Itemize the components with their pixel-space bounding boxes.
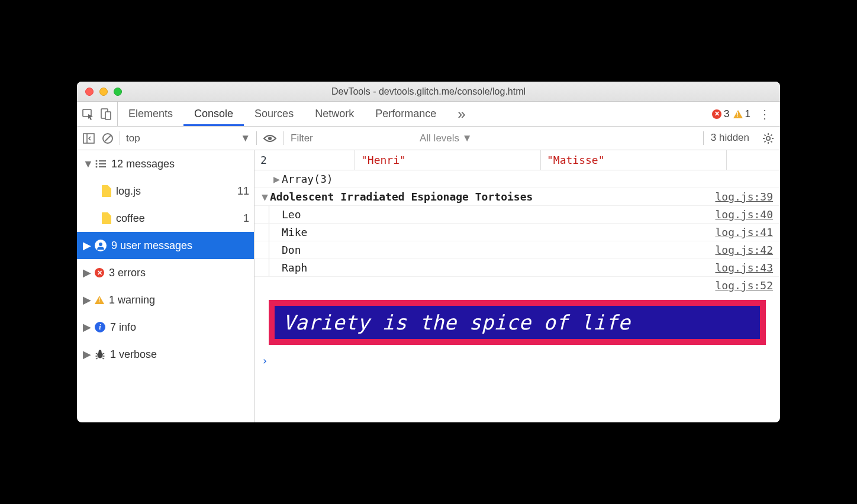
chevron-right-icon: ▶: [83, 293, 90, 306]
console-group-header[interactable]: ▼ Adolescent Irradiated Espionage Tortoi…: [254, 188, 780, 206]
chevron-right-icon: ▶: [83, 239, 90, 252]
sidebar-warnings-label: 1 warning: [109, 294, 155, 306]
sidebar-item-messages[interactable]: ▼ 12 messages: [77, 150, 254, 177]
svg-line-30: [96, 358, 98, 359]
svg-point-7: [268, 137, 272, 140]
warning-count-badge[interactable]: 1: [733, 108, 750, 120]
chevron-down-icon: ▼: [262, 190, 270, 203]
console-output: 2 "Henri" "Matisse" ▶ Array(3) ▼ Adolesc…: [254, 150, 780, 422]
source-link[interactable]: log.js:39: [715, 190, 773, 203]
log-text: Raph: [282, 261, 307, 274]
array-label: Array(3): [282, 173, 333, 185]
sidebar-item-info[interactable]: ▶ i 7 info: [77, 314, 254, 341]
context-selector[interactable]: top ▼: [120, 127, 256, 150]
error-count: 3: [724, 108, 729, 120]
list-icon: [95, 159, 107, 169]
sidebar-file-count: 11: [237, 185, 249, 198]
inspect-tools: [77, 102, 118, 126]
devtools-menu-icon[interactable]: ⋮: [754, 107, 775, 121]
tab-strip: Elements Console Sources Network Perform…: [77, 102, 780, 127]
sidebar-file-name: coffee: [116, 212, 145, 225]
context-label: top: [126, 133, 140, 144]
svg-rect-2: [105, 112, 111, 119]
console-group-item[interactable]: Mike log.js:41: [254, 224, 780, 241]
device-toggle-icon[interactable]: [101, 108, 112, 121]
chevron-right-icon: ▶: [83, 266, 90, 279]
group-title: Adolescent Irradiated Espionage Tortoise…: [270, 190, 533, 203]
sidebar-item-user[interactable]: ▶ 9 user messages: [77, 232, 254, 259]
svg-point-23: [99, 243, 102, 246]
user-icon: [95, 240, 107, 251]
tab-overflow[interactable]: »: [447, 102, 476, 126]
info-icon: i: [95, 322, 105, 332]
console-group-item[interactable]: Don log.js:42: [254, 241, 780, 259]
clear-console-icon[interactable]: [102, 133, 114, 144]
table-cell-index: 2: [254, 150, 355, 170]
source-link[interactable]: log.js:41: [715, 226, 773, 238]
tab-sources[interactable]: Sources: [244, 102, 304, 126]
error-icon: ✕: [95, 268, 104, 277]
chevron-right-icon: ▶: [273, 173, 282, 185]
hidden-count[interactable]: 3 hidden: [703, 131, 756, 145]
sidebar-file-name: log.js: [116, 185, 141, 198]
source-link[interactable]: log.js:43: [715, 261, 773, 274]
tab-elements[interactable]: Elements: [118, 102, 183, 126]
svg-line-13: [765, 134, 766, 135]
toggle-sidebar-icon[interactable]: [83, 133, 95, 144]
chevron-right-icon: ▶: [83, 321, 90, 334]
error-icon: ✕: [712, 109, 721, 119]
inspect-element-icon[interactable]: [82, 108, 95, 121]
sidebar-messages-label: 12 messages: [111, 158, 175, 170]
tab-list: Elements Console Sources Network Perform…: [118, 102, 476, 126]
sidebar-item-errors[interactable]: ▶ ✕ 3 errors: [77, 259, 254, 286]
filter-input[interactable]: [289, 131, 408, 146]
svg-line-27: [102, 353, 104, 354]
console-line-blank[interactable]: log.js:52: [254, 277, 780, 294]
chevron-down-icon: ▼: [240, 133, 250, 144]
sidebar-file-logjs[interactable]: log.js 11: [77, 177, 254, 205]
sidebar-verbose-label: 1 verbose: [110, 348, 157, 361]
tab-console[interactable]: Console: [183, 102, 244, 126]
chevron-right-icon: ▶: [83, 348, 90, 361]
window-title: DevTools - devtools.glitch.me/console/lo…: [77, 86, 780, 97]
svg-line-26: [96, 353, 98, 354]
styled-log: Variety is the spice of life: [269, 300, 766, 345]
devtools-window: DevTools - devtools.glitch.me/console/lo…: [77, 82, 780, 422]
table-row[interactable]: 2 "Henri" "Matisse": [254, 150, 780, 170]
source-link[interactable]: log.js:40: [715, 208, 773, 221]
svg-line-14: [771, 141, 772, 142]
svg-point-17: [96, 160, 98, 162]
tab-performance[interactable]: Performance: [365, 102, 447, 126]
tab-network[interactable]: Network: [304, 102, 365, 126]
svg-point-8: [766, 136, 770, 140]
file-icon: [102, 185, 111, 197]
sidebar-file-count: 1: [243, 212, 249, 225]
log-text: Don: [282, 244, 301, 256]
settings-icon[interactable]: [756, 133, 780, 144]
sidebar-info-label: 7 info: [110, 321, 136, 334]
svg-line-15: [771, 134, 772, 135]
console-line-array[interactable]: ▶ Array(3): [254, 170, 780, 188]
live-expression-icon[interactable]: [263, 134, 277, 143]
sidebar-user-label: 9 user messages: [111, 240, 192, 252]
source-link[interactable]: log.js:42: [715, 244, 773, 256]
source-link[interactable]: log.js:52: [715, 279, 773, 292]
sidebar-errors-label: 3 errors: [109, 267, 146, 279]
log-level-selector[interactable]: All levels ▼: [420, 133, 472, 144]
sidebar-item-warnings[interactable]: ▶ 1 warning: [77, 286, 254, 314]
error-count-badge[interactable]: ✕ 3: [712, 108, 729, 120]
console-prompt[interactable]: ›: [254, 351, 780, 370]
console-toolbar: top ▼ All levels ▼ 3 hidden: [77, 127, 780, 150]
table-cell-empty: [727, 150, 780, 170]
svg-point-19: [96, 166, 98, 168]
warning-count: 1: [745, 108, 750, 120]
file-icon: [102, 212, 111, 224]
sidebar-item-verbose[interactable]: ▶ 1 verbose: [77, 341, 254, 368]
warning-icon: [733, 110, 743, 118]
sidebar-file-coffee[interactable]: coffee 1: [77, 205, 254, 232]
console-group-item[interactable]: Raph log.js:43: [254, 259, 780, 277]
console-group-item[interactable]: Leo log.js:40: [254, 206, 780, 224]
log-text: Leo: [282, 208, 301, 221]
table-cell-last: "Matisse": [541, 150, 727, 170]
svg-line-31: [102, 358, 104, 359]
